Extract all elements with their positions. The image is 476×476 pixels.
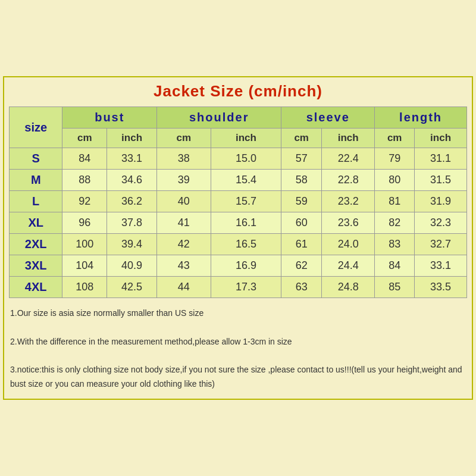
sh-inch-cell: 17.3 bbox=[211, 277, 281, 298]
size-cell: L bbox=[10, 191, 62, 212]
sh-inch-cell: 15.4 bbox=[211, 170, 281, 191]
sleeve-header: sleeve bbox=[281, 107, 375, 129]
len-inch-cell: 32.3 bbox=[415, 212, 467, 234]
bust-cm-cell: 96 bbox=[62, 212, 107, 234]
size-cell: XL bbox=[10, 212, 62, 234]
main-container: Jacket Size (cm/inch) size bust shoulder… bbox=[3, 76, 473, 400]
bust-cm-cell: 84 bbox=[62, 148, 107, 170]
sl-inch-cell: 22.4 bbox=[322, 148, 375, 170]
page-title: Jacket Size (cm/inch) bbox=[9, 82, 467, 101]
table-row: M8834.63915.45822.88031.5 bbox=[10, 170, 467, 191]
sh-cm-cell: 40 bbox=[157, 191, 211, 212]
sl-inch-cell: 23.6 bbox=[322, 212, 375, 234]
len-cm-cell: 85 bbox=[375, 277, 415, 298]
bust-cm-header: cm bbox=[62, 129, 107, 148]
sh-inch-cell: 15.0 bbox=[211, 148, 281, 170]
bust-cm-cell: 104 bbox=[62, 255, 107, 277]
bust-inch-header: inch bbox=[107, 129, 157, 148]
len-cm-cell: 84 bbox=[375, 255, 415, 277]
size-cell: 3XL bbox=[10, 255, 62, 277]
len-inch-cell: 33.1 bbox=[415, 255, 467, 277]
bust-inch-cell: 42.5 bbox=[107, 277, 157, 298]
size-cell: S bbox=[10, 148, 62, 170]
size-cell: M bbox=[10, 170, 62, 191]
len-cm-cell: 81 bbox=[375, 191, 415, 212]
sh-inch-cell: 15.7 bbox=[211, 191, 281, 212]
sh-cm-cell: 38 bbox=[157, 148, 211, 170]
notes-section: 1.Our size is asia size normally smaller… bbox=[9, 304, 467, 394]
sl-cm-cell: 61 bbox=[281, 234, 322, 255]
sl-cm-cell: 57 bbox=[281, 148, 322, 170]
bust-inch-cell: 39.4 bbox=[107, 234, 157, 255]
sl-cm-cell: 59 bbox=[281, 191, 322, 212]
size-cell: 2XL bbox=[10, 234, 62, 255]
sh-cm-cell: 41 bbox=[157, 212, 211, 234]
note-3: 3.notice:this is only clothing size not … bbox=[10, 363, 466, 392]
sh-inch-cell: 16.1 bbox=[211, 212, 281, 234]
bust-inch-cell: 34.6 bbox=[107, 170, 157, 191]
len-cm-cell: 82 bbox=[375, 212, 415, 234]
table-row: 2XL10039.44216.56124.08332.7 bbox=[10, 234, 467, 255]
length-header: length bbox=[375, 107, 467, 129]
bust-inch-cell: 40.9 bbox=[107, 255, 157, 277]
bust-cm-cell: 100 bbox=[62, 234, 107, 255]
table-row: XL9637.84116.16023.68232.3 bbox=[10, 212, 467, 234]
sh-cm-cell: 39 bbox=[157, 170, 211, 191]
sh-inch-cell: 16.9 bbox=[211, 255, 281, 277]
sl-cm-cell: 63 bbox=[281, 277, 322, 298]
table-row: L9236.24015.75923.28131.9 bbox=[10, 191, 467, 212]
len-inch-header: inch bbox=[415, 129, 467, 148]
size-header: size bbox=[10, 107, 62, 148]
sl-inch-cell: 22.8 bbox=[322, 170, 375, 191]
bust-cm-cell: 92 bbox=[62, 191, 107, 212]
sl-inch-cell: 24.4 bbox=[322, 255, 375, 277]
note-1: 1.Our size is asia size normally smaller… bbox=[10, 306, 466, 321]
len-inch-cell: 31.5 bbox=[415, 170, 467, 191]
table-row: S8433.13815.05722.47931.1 bbox=[10, 148, 467, 170]
len-inch-cell: 31.9 bbox=[415, 191, 467, 212]
sl-inch-cell: 24.0 bbox=[322, 234, 375, 255]
note-2: 2.With the difference in the measurement… bbox=[10, 335, 466, 349]
bust-cm-cell: 88 bbox=[62, 170, 107, 191]
shoulder-header: shoulder bbox=[157, 107, 281, 129]
sl-inch-cell: 24.8 bbox=[322, 277, 375, 298]
sh-inch-header: inch bbox=[211, 129, 281, 148]
sh-cm-cell: 44 bbox=[157, 277, 211, 298]
size-table: size bust shoulder sleeve length cm inch… bbox=[9, 107, 467, 298]
len-inch-cell: 31.1 bbox=[415, 148, 467, 170]
len-cm-cell: 79 bbox=[375, 148, 415, 170]
sh-inch-cell: 16.5 bbox=[211, 234, 281, 255]
bust-inch-cell: 33.1 bbox=[107, 148, 157, 170]
len-inch-cell: 33.5 bbox=[415, 277, 467, 298]
bust-header: bust bbox=[62, 107, 157, 129]
sl-cm-cell: 62 bbox=[281, 255, 322, 277]
bust-inch-cell: 37.8 bbox=[107, 212, 157, 234]
len-cm-cell: 83 bbox=[375, 234, 415, 255]
table-row: 3XL10440.94316.96224.48433.1 bbox=[10, 255, 467, 277]
table-row: 4XL10842.54417.36324.88533.5 bbox=[10, 277, 467, 298]
size-cell: 4XL bbox=[10, 277, 62, 298]
sh-cm-cell: 43 bbox=[157, 255, 211, 277]
bust-cm-cell: 108 bbox=[62, 277, 107, 298]
sl-inch-cell: 23.2 bbox=[322, 191, 375, 212]
len-cm-header: cm bbox=[375, 129, 415, 148]
len-cm-cell: 80 bbox=[375, 170, 415, 191]
len-inch-cell: 32.7 bbox=[415, 234, 467, 255]
bust-inch-cell: 36.2 bbox=[107, 191, 157, 212]
sl-inch-header: inch bbox=[322, 129, 375, 148]
sh-cm-cell: 42 bbox=[157, 234, 211, 255]
sl-cm-cell: 60 bbox=[281, 212, 322, 234]
sl-cm-header: cm bbox=[281, 129, 322, 148]
sl-cm-cell: 58 bbox=[281, 170, 322, 191]
sh-cm-header: cm bbox=[157, 129, 211, 148]
